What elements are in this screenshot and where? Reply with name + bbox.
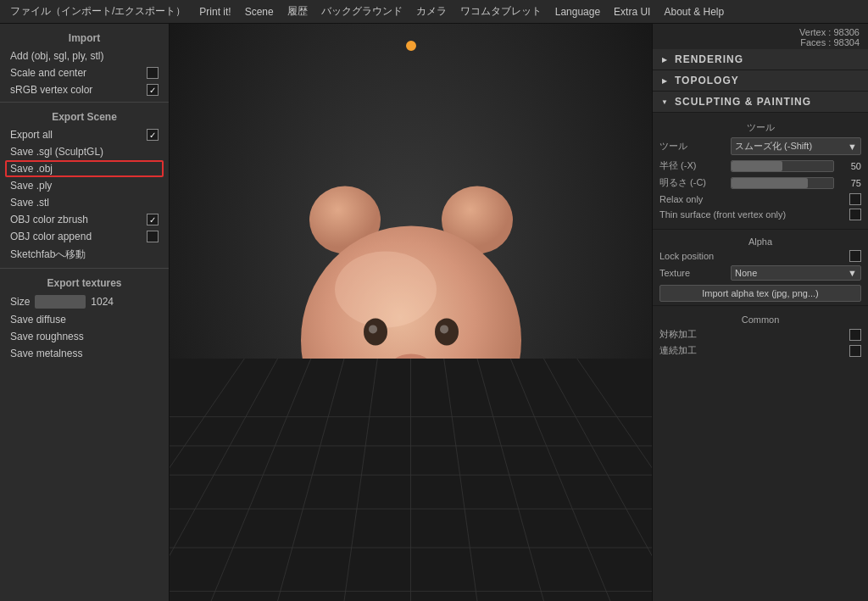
menu-print[interactable]: Print it! [192, 0, 237, 23]
export-textures-title: Export textures [0, 272, 169, 292]
save-diffuse-label: Save diffuse [10, 314, 66, 326]
thin-surface-row: Thin surface (front vertex only) [659, 209, 861, 220]
obj-color-append-checkbox[interactable] [147, 231, 159, 242]
brightness-fill [732, 178, 808, 188]
menu-scene[interactable]: Scene [238, 0, 281, 23]
menu-about[interactable]: About & Help [657, 0, 731, 23]
obj-color-append-row[interactable]: OBJ color append [0, 228, 169, 245]
symmetry-label: 対称加工 [659, 328, 697, 341]
symmetry-checkbox[interactable] [849, 329, 861, 341]
continuous-checkbox[interactable] [849, 345, 861, 357]
radius-label: 半径 (-X) [659, 159, 727, 172]
brightness-label: 明るさ (-C) [659, 176, 727, 189]
scale-center-row[interactable]: Scale and center [0, 64, 169, 81]
lock-position-row: Lock position [659, 250, 861, 262]
menu-extra-ui[interactable]: Extra UI [607, 0, 657, 23]
relax-label: Relax only [659, 194, 703, 204]
topology-arrow-icon: ▶ [659, 75, 670, 86]
add-files-row[interactable]: Add (obj, sgl, ply, stl) [0, 47, 169, 64]
menu-background[interactable]: バックグラウンド [314, 0, 409, 23]
menu-camera[interactable]: カメラ [409, 0, 453, 23]
tool-dropdown-arrow: ▼ [848, 142, 857, 152]
save-metalness-row[interactable]: Save metalness [0, 345, 169, 362]
obj-color-zbrush-checkbox[interactable] [147, 214, 159, 225]
main-layout: Import Add (obj, sgl, ply, stl) Scale an… [0, 24, 868, 601]
export-scene-title: Export Scene [0, 106, 169, 126]
save-roughness-label: Save roughness [10, 331, 84, 342]
save-stl-row[interactable]: Save .stl [0, 194, 169, 211]
divider-2 [0, 268, 169, 269]
viewport-background [170, 24, 652, 601]
relax-row: Relax only [659, 193, 861, 205]
sculpting-section-header[interactable]: ▼ SCULPTING & PAINTING [653, 92, 868, 113]
obj-color-zbrush-row[interactable]: OBJ color zbrush [0, 211, 169, 228]
symmetry-row: 対称加工 [659, 328, 861, 341]
tool-prop-row: ツール スムーズ化 (-Shift) ▼ [659, 137, 861, 155]
size-value: 1024 [91, 296, 114, 308]
size-row: Size 1024 [0, 292, 169, 311]
menubar: ファイル（インポート/エクスポート） Print it! Scene 履歴 バッ… [0, 0, 868, 24]
thin-surface-checkbox[interactable] [849, 209, 861, 220]
viewport[interactable] [170, 24, 652, 601]
sketchfab-label: Sketchfabへ移動 [10, 248, 86, 262]
export-all-label: Export all [10, 129, 53, 141]
topology-title: TOPOLOGY [675, 75, 739, 86]
alpha-title: Alpha [659, 233, 861, 250]
obj-color-zbrush-label: OBJ color zbrush [10, 214, 88, 225]
rendering-arrow-icon: ▶ [659, 54, 670, 64]
save-sgl-row[interactable]: Save .sgl (SculptGL) [0, 143, 169, 160]
save-obj-row[interactable]: Save .obj [0, 160, 169, 177]
tool-value: スムーズ化 (-Shift) [735, 140, 812, 153]
faces-count: Faces : 98304 [661, 37, 860, 47]
menu-language[interactable]: Language [548, 0, 607, 23]
svg-point-5 [369, 325, 377, 333]
obj-color-append-label: OBJ color append [10, 231, 92, 242]
topology-section-header[interactable]: ▶ TOPOLOGY [653, 70, 868, 92]
export-all-checkbox[interactable] [147, 129, 159, 141]
lock-position-checkbox[interactable] [849, 250, 861, 262]
menu-file[interactable]: ファイル（インポート/エクスポート） [3, 0, 192, 23]
save-stl-label: Save .stl [10, 197, 49, 209]
menu-history[interactable]: 履歴 [281, 0, 314, 23]
relax-checkbox[interactable] [849, 193, 861, 205]
radius-fill [732, 161, 782, 171]
save-diffuse-row[interactable]: Save diffuse [0, 311, 169, 328]
import-title: Import [0, 27, 169, 47]
save-ply-row[interactable]: Save .ply [0, 177, 169, 194]
menu-wacom[interactable]: ワコムタブレット [453, 0, 548, 23]
save-sgl-label: Save .sgl (SculptGL) [10, 146, 103, 158]
srgb-row[interactable]: sRGB vertex color [0, 81, 169, 98]
continuous-row: 連続加工 [659, 344, 861, 357]
sculpting-title: SCULPTING & PAINTING [675, 96, 811, 108]
texture-dropdown-arrow: ▼ [848, 268, 857, 278]
common-section: Common 対称加工 連続加工 [653, 306, 868, 365]
srgb-checkbox[interactable] [147, 84, 159, 96]
size-bar[interactable] [35, 295, 86, 309]
rendering-title: RENDERING [675, 53, 743, 65]
save-ply-label: Save .ply [10, 180, 52, 192]
save-obj-label: Save .obj [10, 163, 53, 175]
tool-dropdown[interactable]: スムーズ化 (-Shift) ▼ [731, 137, 861, 155]
common-title: Common [659, 311, 861, 328]
alpha-section: Alpha Lock position Texture None ▼ Impor… [653, 230, 868, 306]
svg-point-3 [335, 251, 437, 327]
radius-slider[interactable] [731, 160, 834, 172]
radius-row: 半径 (-X) 50 [659, 159, 861, 172]
svg-point-7 [440, 325, 448, 333]
continuous-label: 連続加工 [659, 344, 697, 357]
save-roughness-row[interactable]: Save roughness [0, 328, 169, 345]
brightness-value: 75 [837, 178, 861, 188]
scale-center-checkbox[interactable] [147, 67, 159, 79]
import-alpha-button[interactable]: Import alpha tex (jpg, png...) [659, 285, 861, 302]
texture-label: Texture [659, 268, 727, 278]
texture-prop-row: Texture None ▼ [659, 265, 861, 281]
brightness-slider[interactable] [731, 177, 834, 189]
vertex-count: Vertex : 98306 [661, 27, 860, 37]
thin-surface-label: Thin surface (front vertex only) [659, 209, 786, 220]
rendering-section-header[interactable]: ▶ RENDERING [653, 49, 868, 70]
texture-dropdown[interactable]: None ▼ [731, 265, 861, 281]
export-all-row[interactable]: Export all [0, 126, 169, 143]
sketchfab-row[interactable]: Sketchfabへ移動 [0, 245, 169, 264]
viewport-marker [406, 41, 416, 51]
divider-1 [0, 102, 169, 103]
